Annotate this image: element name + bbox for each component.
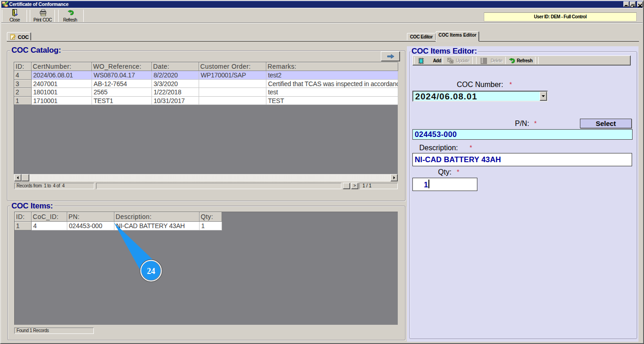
svg-text:24: 24 — [147, 267, 155, 276]
